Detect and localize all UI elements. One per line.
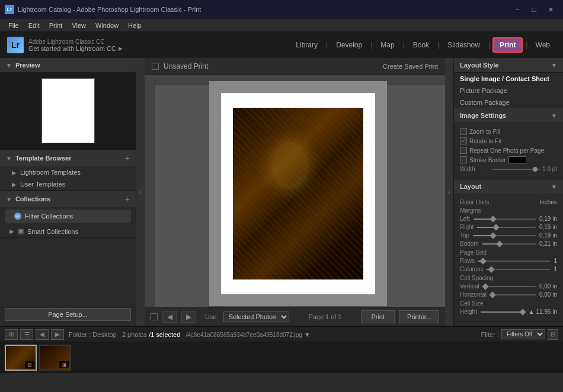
prev-page-button[interactable]: ◀ [162, 311, 177, 323]
ruler-units-value[interactable]: Inches [540, 199, 557, 205]
layout-style-arrow: ▼ [551, 62, 557, 69]
photo-placeholder [233, 108, 363, 279]
filmstrip-thumb-1[interactable]: ⊞ [5, 345, 37, 371]
stroke-width-thumb[interactable] [533, 167, 538, 172]
title-bar-controls[interactable]: − □ ✕ [510, 4, 558, 15]
filmstrip-nav: ⊞ ☰ ◀ ▶ [5, 329, 64, 340]
horizontal-row: Horizontal 0,00 in [460, 291, 557, 298]
rows-slider[interactable] [478, 261, 550, 262]
printer-button[interactable]: Printer... [399, 310, 439, 323]
image-settings-body: Zoom to Fill ✓ Rotate to Fit Repeat One … [454, 123, 563, 179]
menu-edit[interactable]: Edit [24, 21, 44, 30]
view-grid-button[interactable]: ⊞ [5, 329, 18, 340]
main-layout: ▼ Preview ▼ Template Browser + ▶ Lightr [0, 58, 563, 326]
get-started-link[interactable]: Get started with Lightroom CC ▶ [28, 45, 123, 52]
filter-collections-item[interactable]: F Filter Collections [5, 210, 131, 223]
repeat-one-photo-checkbox[interactable] [460, 147, 467, 154]
nav-library[interactable]: Library [290, 38, 324, 52]
minimize-button[interactable]: − [510, 4, 525, 15]
margin-left-slider[interactable] [474, 219, 536, 220]
maximize-button[interactable]: □ [526, 4, 542, 15]
photo-path-dropdown-icon[interactable]: ▼ [304, 331, 311, 338]
collections-header[interactable]: ▼ Collections + [0, 191, 136, 207]
page-white [221, 93, 375, 294]
preview-image [41, 78, 95, 143]
photo-path[interactable]: /4c8e41a086565a934b7ee0a49518d072.jpg [186, 332, 302, 338]
margin-right-row: Right 0,19 in [460, 224, 557, 230]
vertical-slider[interactable] [483, 286, 536, 287]
use-select[interactable]: Selected Photos [223, 311, 289, 322]
columns-slider[interactable] [487, 269, 550, 270]
margin-top-slider[interactable] [473, 235, 536, 236]
layout-picture-package[interactable]: Picture Package [454, 85, 563, 97]
menu-print[interactable]: Print [44, 21, 68, 30]
rows-label: Rows [460, 258, 475, 264]
filmstrip-thumb-2[interactable]: ⊞ [39, 345, 71, 371]
margin-right-slider[interactable] [477, 227, 536, 228]
view-list-button[interactable]: ☰ [20, 329, 33, 340]
unsaved-checkbox[interactable] [152, 63, 159, 70]
menu-view[interactable]: View [67, 21, 91, 30]
rotate-to-fit-checkbox[interactable]: ✓ [460, 137, 467, 144]
stroke-width-slider[interactable] [492, 169, 540, 170]
collections-add-button[interactable]: + [125, 194, 130, 204]
image-settings-title: Image Settings [460, 112, 506, 119]
nav-prev-button[interactable]: ◀ [36, 329, 49, 340]
thumb-1-badge: ⊞ [25, 361, 34, 368]
menu-window[interactable]: Window [91, 21, 123, 30]
menu-bar: File Edit Print View Window Help [0, 19, 563, 32]
print-button[interactable]: Print [361, 310, 395, 323]
margin-bottom-row: Bottom 0,21 in [460, 240, 557, 247]
columns-label: Columns [460, 266, 483, 272]
close-button[interactable]: ✕ [543, 4, 558, 15]
ruler-vertical [145, 75, 155, 307]
nav-print[interactable]: Print [492, 37, 523, 53]
template-browser-header[interactable]: ▼ Template Browser + [0, 150, 136, 166]
stroke-border-checkbox[interactable] [460, 156, 467, 163]
template-item-lightroom[interactable]: ▶ Lightroom Templates [0, 166, 136, 178]
layout-style-header[interactable]: Layout Style ▼ [454, 58, 563, 73]
layout-custom-package[interactable]: Custom Package [454, 97, 563, 108]
preview-collapse-icon: ▼ [6, 62, 12, 69]
page-wrapper: Page 1 of 1 Paper: A4 Printer: Canon LBP… [203, 75, 387, 306]
filmstrip-end-button[interactable]: ⊟ [548, 329, 558, 340]
nav-map[interactable]: Map [375, 38, 400, 52]
nav-book[interactable]: Book [407, 38, 435, 52]
zoom-to-fill-checkbox[interactable] [460, 128, 467, 135]
template-item-user[interactable]: ▶ User Templates [0, 178, 136, 190]
next-page-button[interactable]: ▶ [181, 311, 196, 323]
collections-section: ▼ Collections + F Filter Collections ▶ ▣… [0, 191, 136, 238]
right-panel-collapse-tab[interactable]: › [445, 58, 453, 326]
height-slider[interactable] [481, 311, 525, 313]
margin-top-row: Top 0,19 in [460, 232, 557, 239]
margin-bottom-slider[interactable] [482, 243, 536, 245]
nav-next-button[interactable]: ▶ [51, 329, 64, 340]
preview-section: ▼ Preview [0, 58, 136, 150]
nav-web[interactable]: Web [530, 38, 556, 52]
create-saved-print-button[interactable]: Create Saved Print [383, 63, 438, 70]
template-browser-add-button[interactable]: + [125, 153, 130, 163]
preview-header[interactable]: ▼ Preview [0, 58, 136, 72]
nav-develop[interactable]: Develop [330, 38, 368, 52]
margin-left-row: Left 0,19 in [460, 216, 557, 222]
stroke-color-picker[interactable] [508, 156, 526, 163]
smart-collections-arrow: ▶ [9, 228, 14, 234]
nav-slideshow[interactable]: Slideshow [442, 38, 486, 52]
rows-value: 1 [554, 258, 557, 264]
image-settings-header[interactable]: Image Settings ▼ [454, 108, 563, 123]
horizontal-value: 0,00 in [539, 291, 557, 298]
page-setup-button[interactable]: Page Setup... [5, 308, 131, 321]
bottom-checkbox[interactable] [151, 313, 158, 320]
height-row: Height ▲ 11,96 in [460, 309, 557, 315]
menu-file[interactable]: File [4, 21, 24, 30]
margin-bottom-value: 0,21 in [539, 240, 557, 247]
filter-select[interactable]: Filters Off [501, 329, 545, 339]
unsaved-print-title: Unsaved Print [164, 62, 208, 70]
layout-single-image[interactable]: Single Image / Contact Sheet [454, 73, 563, 85]
thumb-2-badge: ⊞ [59, 361, 69, 368]
smart-collections-item[interactable]: ▶ ▣ Smart Collections [0, 225, 136, 237]
horizontal-slider[interactable] [490, 294, 536, 295]
menu-help[interactable]: Help [123, 21, 146, 30]
left-panel-collapse-tab[interactable]: ‹ [136, 58, 145, 326]
layout-section-header[interactable]: Layout ▼ [454, 179, 563, 194]
